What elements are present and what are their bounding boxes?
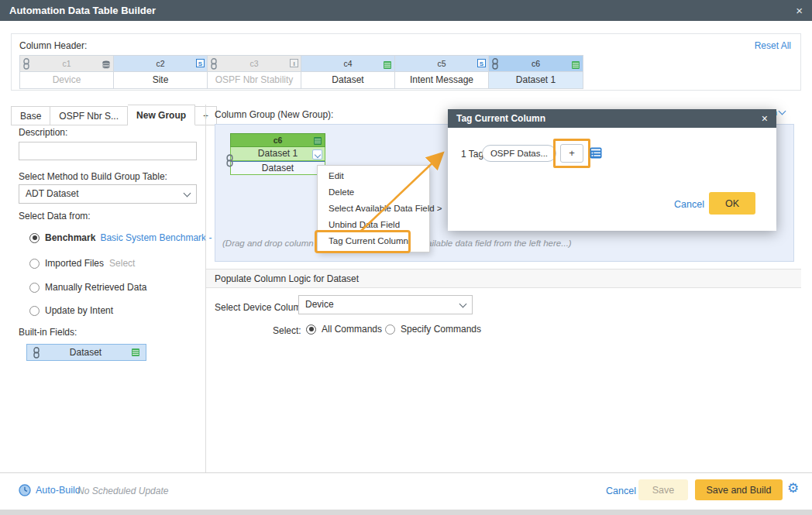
chevron-down-icon: [184, 190, 191, 197]
column-context-menu: Edit Delete Select Available Data Field …: [317, 165, 430, 252]
built-in-fields-label: Built-in Fields:: [19, 327, 77, 338]
column-c1[interactable]: c1 Device: [20, 56, 114, 88]
column-header-table: c1 Device c2 S Site: [19, 55, 583, 89]
menu-item-select-available-data-field[interactable]: Select Available Data Field >: [318, 201, 429, 217]
save-button[interactable]: Save: [638, 479, 688, 500]
radio-specify-commands[interactable]: Specify Commands: [385, 324, 481, 335]
gear-icon[interactable]: ⚙: [787, 482, 799, 495]
menu-item-tag-current-column[interactable]: Tag Current Column: [318, 233, 429, 249]
radio-icon: [29, 283, 40, 293]
drag-drop-hint: (Drag and drop column header(s) here...,…: [222, 239, 780, 248]
radio-manually-retrieved[interactable]: Manually Retrieved Data: [29, 282, 146, 293]
column-c6-header[interactable]: c6: [489, 56, 583, 72]
radio-label: Update by Intent: [45, 305, 113, 316]
link-icon: [33, 347, 40, 359]
populate-section-header: Populate Column Logic for Dataset: [206, 269, 801, 288]
radio-update-by-intent[interactable]: Update by Intent: [29, 305, 113, 316]
manage-tags-icon[interactable]: [590, 147, 602, 162]
group-column-card-c6[interactable]: c6 Dataset 1 Dataset: [230, 133, 325, 175]
benchmark-link[interactable]: Basic System Benchmark - 03...: [100, 232, 232, 243]
card-column-name: Dataset 1: [258, 148, 298, 159]
column-c2[interactable]: c2 S Site: [114, 56, 208, 88]
add-tag-button[interactable]: +: [560, 144, 583, 163]
dialog-bottom-edge: [0, 510, 812, 515]
radio-selected-icon: [306, 324, 316, 335]
column-id: c1: [62, 59, 71, 68]
radio-label: All Commands: [322, 324, 382, 335]
radio-benchmark[interactable]: Benchmark Basic System Benchmark - 03...: [29, 232, 232, 243]
close-icon[interactable]: ×: [762, 112, 768, 125]
auto-build-control[interactable]: Auto-Build: [19, 484, 81, 496]
column-name: Site: [114, 72, 207, 88]
radio-imported-files[interactable]: Imported Files Select: [29, 258, 135, 269]
reset-all-link[interactable]: Reset All: [755, 40, 791, 51]
schedule-status: No Scheduled Update: [77, 486, 168, 496]
tab-ospf-nbr[interactable]: OSPF Nbr S...: [50, 106, 128, 125]
tab-base[interactable]: Base: [11, 106, 50, 125]
column-c6[interactable]: c6 Dataset 1: [489, 56, 583, 88]
column-c4-header[interactable]: c4: [301, 56, 394, 72]
column-id: c3: [249, 59, 258, 68]
automation-data-table-builder-dialog: Automation Data Table Builder × Column H…: [0, 0, 812, 515]
link-icon: [210, 58, 218, 75]
dataset-table-icon: [571, 59, 580, 75]
chevron-down-icon: [459, 300, 467, 308]
column-id: c6: [532, 59, 540, 68]
s-badge-icon: S: [477, 59, 486, 67]
column-id: c4: [343, 59, 352, 68]
description-label: Description:: [19, 127, 67, 138]
data-from-label: Select Data from:: [19, 211, 91, 221]
add-tab-button[interactable]: +: [195, 106, 217, 125]
card-header-row[interactable]: c6: [230, 133, 325, 147]
built-in-field-dataset[interactable]: Dataset: [26, 344, 146, 361]
card-column-name-row[interactable]: Dataset 1: [230, 147, 325, 161]
tag-dialog-ok-button[interactable]: OK: [709, 192, 755, 215]
tag-pill[interactable]: OSPF Datas...: [482, 145, 556, 162]
column-c5[interactable]: c5 S Intent Message: [395, 56, 489, 88]
cancel-link[interactable]: Cancel: [606, 486, 636, 496]
tab-new-group[interactable]: New Group: [128, 105, 195, 125]
column-id: c5: [437, 59, 446, 68]
radio-label: Benchmark: [45, 232, 95, 243]
card-bound-field-row[interactable]: Dataset: [230, 161, 325, 175]
column-c5-header[interactable]: c5 S: [395, 56, 488, 72]
link-icon: [22, 58, 30, 75]
column-name: Intent Message: [395, 72, 488, 88]
radio-icon: [29, 259, 40, 269]
auto-build-label: Auto-Build: [36, 485, 81, 496]
radio-icon: [29, 306, 40, 316]
menu-item-unbind-data-field[interactable]: Unbind Data Field: [318, 217, 429, 233]
radio-all-commands[interactable]: All Commands: [306, 324, 382, 335]
column-c4[interactable]: c4 Dataset: [301, 56, 395, 88]
panel-divider: [205, 105, 206, 472]
link-icon: [225, 154, 234, 170]
radio-icon: [385, 324, 395, 335]
footer-bar: Auto-Build No Scheduled Update Cancel Sa…: [0, 473, 812, 510]
column-name: OSPF Nbr Stability: [208, 72, 301, 88]
radio-selected-icon: [29, 233, 40, 243]
card-bound-field: Dataset: [262, 163, 294, 173]
tag-dialog-cancel-link[interactable]: Cancel: [674, 199, 704, 210]
menu-item-edit[interactable]: Edit: [318, 168, 429, 184]
i-badge-icon: I: [290, 59, 298, 67]
close-icon[interactable]: ×: [796, 4, 803, 17]
column-header-section: Column Header: Reset All c1 Device: [11, 33, 801, 91]
column-id: c2: [156, 59, 164, 68]
device-column-select[interactable]: Device: [298, 295, 473, 314]
column-group-label: Column Group (New Group):: [215, 109, 333, 120]
card-dropdown-button[interactable]: [312, 149, 322, 160]
description-input[interactable]: [19, 142, 197, 160]
column-c3-header[interactable]: c3 I: [208, 56, 301, 72]
imported-files-select-link[interactable]: Select: [109, 258, 135, 269]
menu-item-delete[interactable]: Delete: [318, 184, 429, 201]
device-column-value: Device: [305, 299, 334, 310]
column-c1-header[interactable]: c1: [20, 56, 113, 72]
method-select[interactable]: ADT Dataset: [19, 184, 197, 204]
save-and-build-button[interactable]: Save and Build: [695, 479, 783, 500]
radio-label: Manually Retrieved Data: [45, 282, 146, 293]
radio-label: Imported Files: [45, 258, 104, 269]
column-c3[interactable]: c3 I OSPF Nbr Stability: [208, 56, 301, 88]
column-c2-header[interactable]: c2 S: [114, 56, 207, 72]
tag-dialog-title: Tag Current Column: [456, 113, 545, 124]
tag-dialog-titlebar: Tag Current Column ×: [448, 109, 776, 128]
